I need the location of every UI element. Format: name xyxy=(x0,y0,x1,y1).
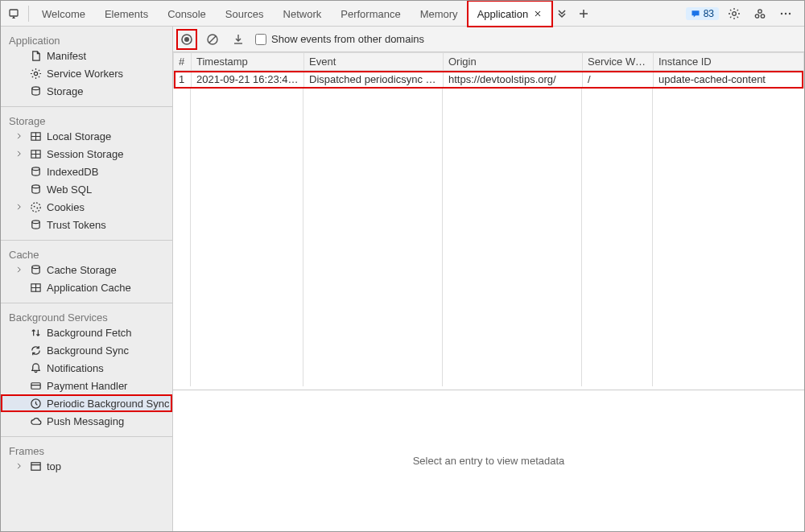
inspect-element-icon[interactable] xyxy=(4,3,25,24)
record-button[interactable] xyxy=(178,31,196,48)
sidebar-item-session-storage[interactable]: Session Storage xyxy=(1,145,172,163)
sidebar-item-indexeddb[interactable]: IndexedDB xyxy=(1,163,172,180)
clock-icon xyxy=(30,398,42,410)
sidebar-item-label: Cache Storage xyxy=(47,264,117,276)
chevron-right-icon xyxy=(15,150,23,158)
new-tab-button[interactable] xyxy=(573,3,594,24)
tab-sources[interactable]: Sources xyxy=(216,1,274,27)
chevron-right-icon xyxy=(15,462,23,470)
sidebar-item-push-messaging[interactable]: Push Messaging xyxy=(1,412,172,430)
sidebar-item-periodic-background-sync[interactable]: Periodic Background Sync xyxy=(1,394,172,412)
col-header[interactable]: Instance ID xyxy=(654,53,804,71)
detail-placeholder: Select an entry to view metadata xyxy=(413,455,565,467)
tab-label: Performance xyxy=(341,8,400,20)
sidebar-item-top[interactable]: top xyxy=(1,457,172,475)
sidebar-item-label: Web SQL xyxy=(47,184,92,196)
divider xyxy=(28,6,29,22)
show-other-domains-input[interactable] xyxy=(255,34,266,45)
cell-n: 1 xyxy=(174,71,192,89)
sidebar-item-label: Storage xyxy=(47,85,84,97)
grid-icon xyxy=(30,130,42,142)
sidebar-item-label: Application Cache xyxy=(47,282,131,294)
sidebar-item-background-fetch[interactable]: Background Fetch xyxy=(1,324,172,341)
sidebar-item-web-sql[interactable]: Web SQL xyxy=(1,180,172,198)
detail-pane: Select an entry to view metadata xyxy=(173,390,804,531)
updown-icon xyxy=(30,327,42,339)
cylinder-icon xyxy=(30,166,42,178)
col-header[interactable]: Event xyxy=(304,53,444,71)
chevron-right-icon xyxy=(15,203,23,211)
sidebar-item-cookies[interactable]: Cookies xyxy=(1,198,172,216)
cookie-icon xyxy=(30,201,42,213)
more-options-icon[interactable] xyxy=(775,3,796,24)
sidebar-item-label: Background Fetch xyxy=(47,327,132,339)
content-pane: Show events from other domains #Timestam… xyxy=(173,27,804,531)
sidebar-item-cache-storage[interactable]: Cache Storage xyxy=(1,261,172,278)
sidebar-item-label: Background Sync xyxy=(47,344,129,357)
cell-instance: update-cached-content xyxy=(654,71,804,89)
section-application-title: Application xyxy=(1,27,172,47)
col-header[interactable]: Timestamp xyxy=(192,53,304,71)
show-other-domains-checkbox[interactable]: Show events from other domains xyxy=(255,33,424,45)
col-header[interactable]: Service Wo… xyxy=(583,53,654,71)
tab-console[interactable]: Console xyxy=(158,1,216,27)
bell-icon xyxy=(30,362,42,374)
tab-label: Welcome xyxy=(42,8,85,20)
save-button[interactable] xyxy=(229,31,247,48)
issues-counter[interactable]: 83 xyxy=(686,7,719,20)
cylinder-icon xyxy=(30,85,42,97)
tab-network[interactable]: Network xyxy=(274,1,332,27)
chevron-right-icon xyxy=(15,132,23,140)
sidebar-item-application-cache[interactable]: Application Cache xyxy=(1,278,172,296)
sync-icon xyxy=(30,344,42,357)
sidebar-item-label: Periodic Background Sync xyxy=(47,398,169,410)
tab-welcome[interactable]: Welcome xyxy=(32,1,95,27)
chevron-right-icon xyxy=(15,266,23,274)
cylinder-icon xyxy=(30,184,42,196)
grid-icon xyxy=(30,282,42,294)
sidebar-item-service-workers[interactable]: Service Workers xyxy=(1,64,172,82)
gear-icon xyxy=(30,68,42,80)
section-storage-title: Storage xyxy=(1,107,172,127)
clear-button[interactable] xyxy=(204,31,221,48)
cylinder-icon xyxy=(30,264,42,276)
settings-icon[interactable] xyxy=(724,3,745,24)
sidebar-item-payment-handler[interactable]: Payment Handler xyxy=(1,377,172,394)
tab-label: Network xyxy=(283,8,322,20)
sidebar-item-trust-tokens[interactable]: Trust Tokens xyxy=(1,216,172,233)
sidebar-item-label: Trust Tokens xyxy=(47,219,106,231)
cell-sw: / xyxy=(583,71,654,89)
tab-label: Application xyxy=(477,8,529,20)
tab-memory[interactable]: Memory xyxy=(411,1,468,27)
cell-origin: https://devtoolstips.org/ xyxy=(444,71,583,89)
sidebar-item-manifest[interactable]: Manifest xyxy=(1,47,172,64)
sidebar-item-notifications[interactable]: Notifications xyxy=(1,359,172,377)
tab-label: Sources xyxy=(225,8,264,20)
tab-performance[interactable]: Performance xyxy=(331,1,410,27)
section-cache-title: Cache xyxy=(1,241,172,261)
devtools-tabbar: WelcomeElementsConsoleSourcesNetworkPerf… xyxy=(1,1,804,27)
tab-label: Elements xyxy=(105,8,148,20)
application-sidebar: Application ManifestService WorkersStora… xyxy=(1,27,173,531)
sidebar-item-background-sync[interactable]: Background Sync xyxy=(1,341,172,359)
sidebar-item-local-storage[interactable]: Local Storage xyxy=(1,127,172,145)
sidebar-item-label: Payment Handler xyxy=(47,380,127,392)
cloud-icon xyxy=(30,415,42,427)
col-header[interactable]: Origin xyxy=(444,53,583,71)
experiments-icon[interactable] xyxy=(749,3,770,24)
sidebar-item-label: Notifications xyxy=(47,362,104,374)
tab-application[interactable]: Application xyxy=(468,1,553,27)
sidebar-item-label: Push Messaging xyxy=(47,415,124,427)
sidebar-item-storage[interactable]: Storage xyxy=(1,82,172,100)
sidebar-item-label: Local Storage xyxy=(47,130,111,142)
card-icon xyxy=(30,380,42,392)
sidebar-item-label: IndexedDB xyxy=(47,166,98,178)
more-tabs-button[interactable] xyxy=(552,3,573,24)
cell-event: Dispatched periodicsync e… xyxy=(304,71,444,89)
col-header[interactable]: # xyxy=(174,53,192,71)
close-icon[interactable] xyxy=(533,9,543,19)
content-toolbar: Show events from other domains xyxy=(173,27,804,52)
tab-elements[interactable]: Elements xyxy=(95,1,158,27)
table-row[interactable]: 12021-09-21 16:23:40…Dispatched periodic… xyxy=(174,71,804,89)
message-icon xyxy=(691,9,700,19)
